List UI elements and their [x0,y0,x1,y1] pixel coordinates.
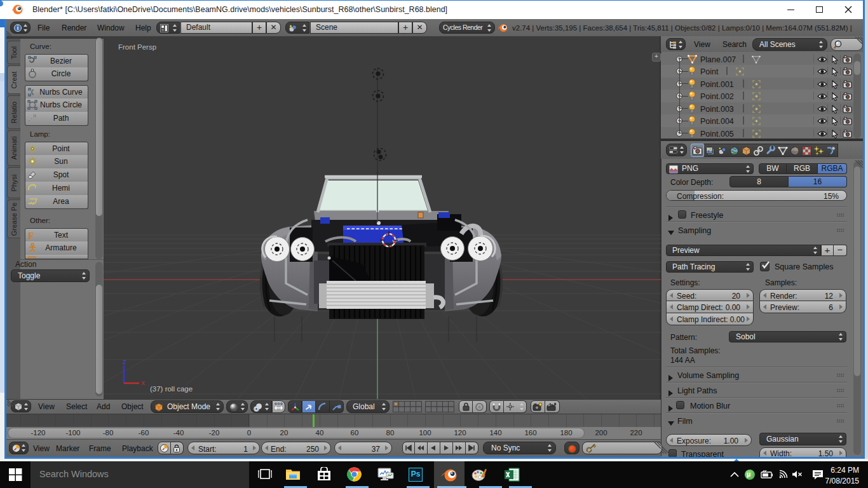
svg-text:Z: Z [123,359,126,365]
svg-text:X: X [141,380,145,386]
